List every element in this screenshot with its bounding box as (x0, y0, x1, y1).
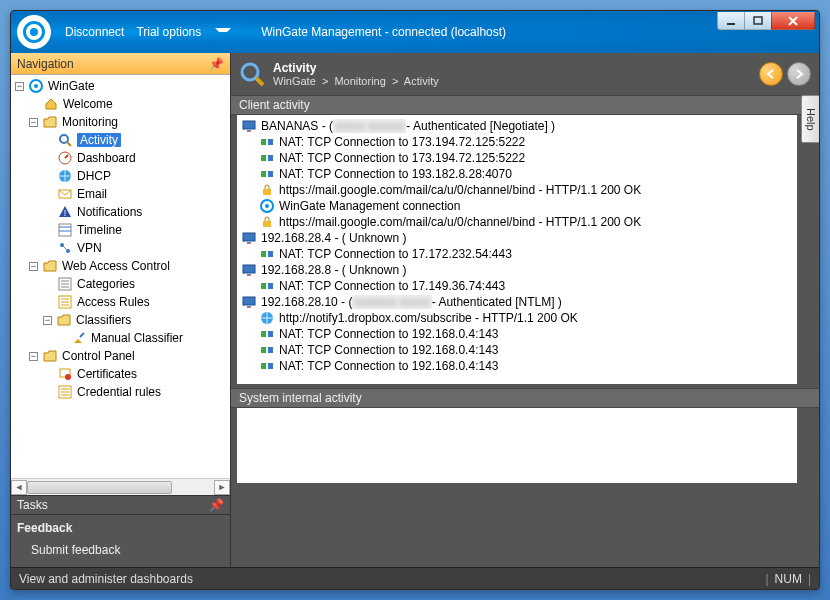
breadcrumb-wingate[interactable]: WinGate (273, 75, 316, 87)
app-icon (28, 78, 44, 94)
pin-icon[interactable]: 📌 (209, 57, 224, 71)
svg-rect-33 (263, 221, 271, 227)
activity-row[interactable]: NAT: TCP Connection to 173.194.72.125:52… (241, 150, 793, 166)
scroll-right-icon[interactable]: ► (214, 480, 230, 495)
minimize-button[interactable] (717, 12, 745, 30)
statusbar: View and administer dashboards | NUM | (11, 567, 819, 589)
svg-rect-27 (268, 155, 273, 161)
tree-node-dashboard[interactable]: Dashboard (11, 149, 230, 167)
navigation-tree[interactable]: − WinGate Welcome − Monitoring (11, 75, 230, 478)
svg-rect-49 (261, 363, 266, 369)
tree-node-certificates[interactable]: Certificates (11, 365, 230, 383)
client-host[interactable]: 192.168.28.8 - ( Unknown ) (241, 262, 793, 278)
tree-node-access-rules[interactable]: Access Rules (11, 293, 230, 311)
svg-rect-34 (243, 233, 255, 241)
tree-node-welcome[interactable]: Welcome (11, 95, 230, 113)
client-host[interactable]: 192.168.28.10 - ( xxxxxxx xxxxx - Authen… (241, 294, 793, 310)
lock-icon (259, 182, 275, 198)
tree-node-vpn[interactable]: VPN (11, 239, 230, 257)
svg-rect-1 (754, 17, 762, 24)
activity-row[interactable]: NAT: TCP Connection to 17.172.232.54:443 (241, 246, 793, 262)
activity-row[interactable]: NAT: TCP Connection to 192.168.0.4:143 (241, 326, 793, 342)
tree-node-web-access-control[interactable]: − Web Access Control (11, 257, 230, 275)
tree-node-control-panel[interactable]: − Control Panel (11, 347, 230, 365)
svg-rect-50 (268, 363, 273, 369)
nav-forward-button[interactable] (787, 62, 811, 86)
activity-row[interactable]: NAT: TCP Connection to 193.182.8.28:4070 (241, 166, 793, 182)
nat-icon (259, 358, 275, 374)
breadcrumb-activity[interactable]: Activity (404, 75, 439, 87)
activity-row[interactable]: NAT: TCP Connection to 192.168.0.4:143 (241, 342, 793, 358)
svg-rect-22 (243, 121, 255, 129)
svg-point-4 (60, 135, 68, 143)
folder-icon (42, 348, 58, 364)
svg-rect-30 (263, 189, 271, 195)
svg-rect-45 (261, 331, 266, 337)
pin-icon[interactable]: 📌 (209, 498, 224, 512)
nav-back-button[interactable] (759, 62, 783, 86)
help-tab[interactable]: Help (801, 95, 819, 143)
svg-rect-0 (727, 23, 735, 25)
menu-trial-options[interactable]: Trial options (132, 23, 205, 41)
scroll-thumb[interactable] (27, 481, 172, 494)
collapse-icon[interactable]: − (15, 82, 24, 91)
globe-icon (57, 168, 73, 184)
submit-feedback-link[interactable]: Submit feedback (17, 539, 224, 561)
activity-row[interactable]: NAT: TCP Connection to 17.149.36.74:443 (241, 278, 793, 294)
navigation-header: Navigation 📌 (11, 53, 230, 75)
client-activity-header: Client activity (231, 95, 819, 115)
tree-node-categories[interactable]: Categories (11, 275, 230, 293)
activity-row[interactable]: https://mail.google.com/mail/ca/u/0/chan… (241, 214, 793, 230)
app-icon (259, 198, 275, 214)
tree-node-wingate[interactable]: − WinGate (11, 77, 230, 95)
activity-row[interactable]: NAT: TCP Connection to 192.168.0.4:143 (241, 358, 793, 374)
tree-node-classifiers[interactable]: − Classifiers (11, 311, 230, 329)
folder-icon (42, 114, 58, 130)
chevron-down-icon[interactable] (215, 28, 231, 36)
tree-node-activity[interactable]: Activity (11, 131, 230, 149)
tree-node-monitoring[interactable]: − Monitoring (11, 113, 230, 131)
maximize-button[interactable] (744, 12, 772, 30)
tree-node-timeline[interactable]: Timeline (11, 221, 230, 239)
menu-disconnect[interactable]: Disconnect (61, 23, 128, 41)
monitor-icon (241, 262, 257, 278)
svg-point-3 (34, 84, 38, 88)
collapse-icon[interactable]: − (29, 118, 38, 127)
scroll-left-icon[interactable]: ◄ (11, 480, 27, 495)
tree-node-notifications[interactable]: ! Notifications (11, 203, 230, 221)
svg-text:!: ! (64, 208, 67, 218)
svg-rect-43 (247, 306, 251, 308)
svg-rect-39 (247, 274, 251, 276)
rules-icon (57, 294, 73, 310)
close-button[interactable] (771, 12, 815, 30)
activity-row[interactable]: http://notify1.dropbox.com/subscribe - H… (241, 310, 793, 326)
svg-rect-10 (59, 224, 71, 236)
collapse-icon[interactable]: − (29, 262, 38, 271)
breadcrumb-monitoring[interactable]: Monitoring (334, 75, 385, 87)
tree-node-credential-rules[interactable]: Credential rules (11, 383, 230, 401)
client-activity-list[interactable]: BANANAS - ( xxxxx xxxxxx - Authenticated… (237, 115, 797, 384)
nat-icon (259, 166, 275, 182)
main-header: Activity WinGate > Monitoring > Activity (231, 53, 819, 95)
tree-node-dhcp[interactable]: DHCP (11, 167, 230, 185)
monitor-icon (241, 230, 257, 246)
client-host[interactable]: BANANAS - ( xxxxx xxxxxx - Authenticated… (241, 118, 793, 134)
redacted-text: xxxxx xxxxxx (333, 119, 406, 133)
horizontal-scrollbar[interactable]: ◄ ► (11, 478, 230, 495)
activity-row[interactable]: NAT: TCP Connection to 173.194.72.125:52… (241, 134, 793, 150)
titlebar[interactable]: Disconnect Trial options WinGate Managem… (11, 11, 819, 53)
tree-node-email[interactable]: Email (11, 185, 230, 203)
svg-rect-26 (261, 155, 266, 161)
collapse-icon[interactable]: − (43, 316, 52, 325)
activity-row[interactable]: WinGate Management connection (241, 198, 793, 214)
collapse-icon[interactable]: − (29, 352, 38, 361)
feedback-heading: Feedback (17, 517, 224, 539)
breadcrumb: WinGate > Monitoring > Activity (273, 75, 439, 87)
system-activity-list[interactable] (237, 408, 797, 483)
svg-rect-25 (268, 139, 273, 145)
folder-icon (42, 258, 58, 274)
activity-row[interactable]: https://mail.google.com/mail/ca/u/0/chan… (241, 182, 793, 198)
client-host[interactable]: 192.168.28.4 - ( Unknown ) (241, 230, 793, 246)
brush-icon (71, 330, 87, 346)
tree-node-manual-classifier[interactable]: Manual Classifier (11, 329, 230, 347)
